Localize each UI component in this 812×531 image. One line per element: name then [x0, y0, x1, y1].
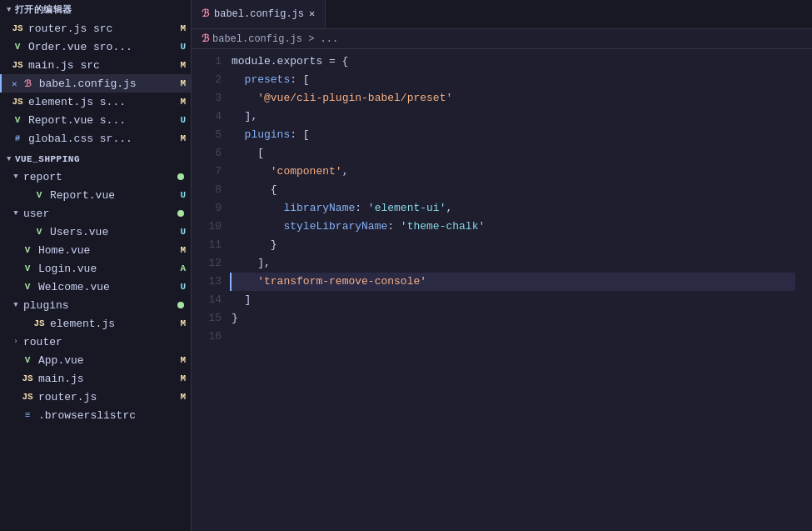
tree-file-item[interactable]: V Report.vue U	[0, 186, 191, 204]
line-number: 9	[205, 199, 222, 218]
file-name: router.js src	[28, 23, 180, 35]
file-icon: V	[20, 263, 35, 273]
tab-babel-icon: ℬ	[202, 8, 209, 20]
file-name: Home.vue	[38, 244, 180, 257]
file-badge: M	[180, 373, 186, 383]
file-badge: A	[180, 263, 186, 273]
line-number: 13	[205, 273, 222, 291]
file-name: main.js	[38, 373, 180, 385]
code-line: {	[232, 181, 795, 199]
active-tab[interactable]: ℬ babel.config.js ✕	[192, 0, 326, 28]
file-icon: ≡	[20, 410, 35, 420]
tree-file-item[interactable]: ≡ .browserslistrc	[0, 406, 191, 424]
file-icon: V	[10, 42, 25, 52]
folder-name: user	[23, 208, 49, 220]
project-section[interactable]: ▼ VUE_SHPPING	[0, 151, 191, 168]
tree-file-item[interactable]: V Login.vue A	[0, 259, 191, 278]
code-editor[interactable]: 12345678910111213141516 module.exports =…	[192, 49, 812, 531]
code-line	[232, 328, 795, 346]
breadcrumb-text: babel.config.js > ...	[212, 33, 338, 45]
code-line: ]	[232, 291, 795, 309]
open-file-item[interactable]: V Order.vue sro... U	[0, 38, 191, 56]
tree-file-item[interactable]: V Users.vue U	[0, 223, 191, 241]
code-line: styleLibraryName: 'theme-chalk'	[232, 218, 795, 236]
file-icon: V	[20, 282, 35, 292]
breadcrumb: ℬ babel.config.js > ...	[192, 29, 812, 49]
file-name: global.css sr...	[28, 133, 180, 145]
folder-dot	[177, 302, 184, 308]
line-number: 2	[205, 71, 222, 89]
code-line: ],	[232, 108, 795, 126]
folder-name: router	[23, 336, 62, 348]
tree-file-item[interactable]: JS router.js M	[0, 388, 191, 406]
tree-file-item[interactable]: JS element.js M	[0, 314, 191, 333]
open-file-item[interactable]: ✕ ℬ babel.config.js M	[0, 74, 191, 93]
project-chevron: ▼	[7, 155, 12, 163]
file-badge: U	[180, 282, 186, 292]
tree-file-item[interactable]: V Home.vue M	[0, 241, 191, 259]
file-icon: JS	[10, 97, 25, 107]
line-number: 10	[205, 218, 222, 236]
folder-chevron: ▼	[10, 209, 22, 218]
file-badge: M	[180, 60, 186, 70]
code-line: }	[232, 236, 795, 254]
tab-close-button[interactable]: ✕	[309, 8, 315, 20]
file-name: router.js	[38, 391, 180, 403]
file-name: element.js	[50, 318, 180, 330]
file-badge: M	[180, 133, 186, 143]
open-editors-section[interactable]: ▼ 打开的编辑器	[0, 0, 191, 19]
file-icon: ℬ	[21, 78, 36, 89]
open-editors-chevron: ▼	[7, 6, 12, 14]
folder-item[interactable]: › router	[0, 333, 191, 351]
code-line: }	[232, 309, 795, 328]
tree-file-item[interactable]: V App.vue M	[0, 351, 191, 369]
folder-item[interactable]: ▼ report	[0, 168, 191, 186]
file-name: Report.vue s...	[28, 114, 180, 127]
tree-file-item[interactable]: JS main.js M	[0, 369, 191, 388]
code-content: module.exports = { presets: [ '@vue/cli-…	[232, 53, 812, 531]
file-icon: V	[20, 245, 35, 255]
file-icon: V	[10, 115, 25, 125]
open-files-list: JS router.js src M V Order.vue sro... U …	[0, 19, 191, 148]
folder-name: plugins	[23, 299, 69, 312]
line-number: 3	[205, 89, 222, 108]
folder-item[interactable]: ▼ user	[0, 204, 191, 223]
editor-tabs: ℬ babel.config.js ✕	[192, 0, 812, 29]
close-icon[interactable]: ✕	[12, 78, 17, 89]
code-line: libraryName: 'element-ui',	[232, 199, 795, 218]
file-icon: #	[10, 133, 25, 143]
file-icon: JS	[32, 318, 47, 328]
line-number: 7	[205, 163, 222, 181]
breadcrumb-icon: ℬ	[202, 33, 209, 45]
file-badge: U	[180, 115, 186, 125]
file-badge: U	[180, 190, 186, 200]
folder-item[interactable]: ▼ plugins	[0, 296, 191, 314]
open-file-item[interactable]: # global.css sr... M	[0, 129, 191, 148]
line-number: 8	[205, 181, 222, 199]
folder-name: report	[23, 171, 62, 183]
line-number: 16	[205, 328, 222, 346]
open-file-item[interactable]: JS main.js src M	[0, 56, 191, 74]
code-line: plugins: [	[232, 126, 795, 144]
tab-label: babel.config.js	[214, 8, 304, 20]
tree-file-item[interactable]: V Welcome.vue U	[0, 278, 191, 296]
file-badge: M	[180, 392, 186, 402]
file-icon: JS	[10, 60, 25, 70]
open-file-item[interactable]: JS router.js src M	[0, 19, 191, 38]
file-badge: M	[180, 78, 186, 88]
file-name: Report.vue	[50, 189, 180, 202]
file-tree: ▼ report V Report.vue U ▼ user V Users.v…	[0, 168, 191, 424]
line-number: 11	[205, 236, 222, 254]
file-name: element.js s...	[28, 96, 180, 108]
file-name: babel.config.js	[39, 78, 181, 90]
line-numbers: 12345678910111213141516	[192, 53, 232, 531]
file-badge: M	[180, 245, 186, 255]
file-icon: V	[32, 190, 47, 200]
folder-dot	[177, 210, 184, 217]
open-file-item[interactable]: V Report.vue s... U	[0, 111, 191, 129]
open-file-item[interactable]: JS element.js s... M	[0, 93, 191, 111]
code-line: 'component',	[232, 163, 795, 181]
file-badge: M	[180, 355, 186, 365]
line-number: 12	[205, 254, 222, 273]
file-badge: M	[180, 97, 186, 107]
